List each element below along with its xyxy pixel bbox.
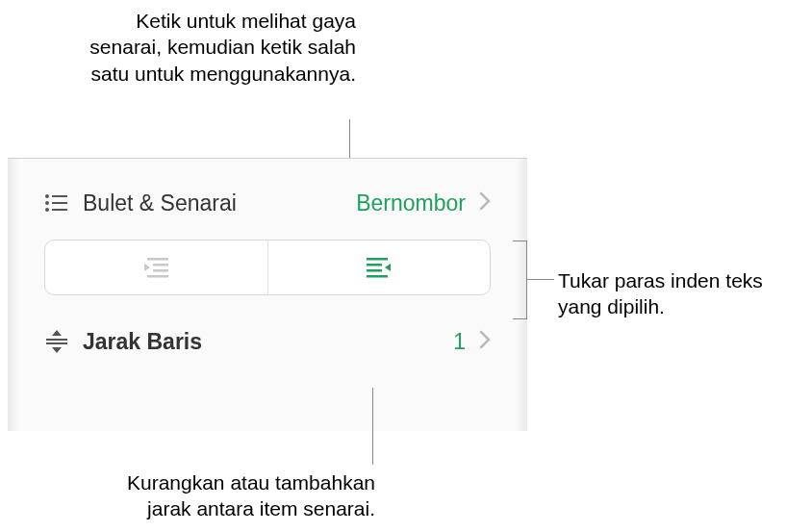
svg-rect-11 xyxy=(367,258,388,261)
list-icon xyxy=(44,193,73,213)
svg-rect-14 xyxy=(367,275,388,278)
svg-rect-12 xyxy=(367,264,382,266)
callout-line-bottom xyxy=(372,388,373,465)
bullets-lists-label: Bulet & Senarai xyxy=(83,190,237,216)
callout-spacing: Kurangkan atau tambahkan jarak antara it… xyxy=(87,469,375,522)
svg-marker-10 xyxy=(144,264,150,271)
svg-point-0 xyxy=(45,194,49,198)
svg-marker-15 xyxy=(385,264,391,271)
bullets-lists-row[interactable]: Bulet & Senarai Bernombor xyxy=(44,180,491,226)
svg-point-2 xyxy=(45,201,49,205)
svg-rect-17 xyxy=(46,339,67,341)
line-spacing-row[interactable]: Jarak Baris 1 xyxy=(44,318,491,365)
indent-button[interactable] xyxy=(268,241,491,294)
svg-rect-18 xyxy=(46,342,67,344)
svg-rect-5 xyxy=(52,209,67,211)
svg-rect-1 xyxy=(52,195,67,197)
svg-rect-8 xyxy=(153,269,168,272)
svg-rect-9 xyxy=(147,275,168,278)
callout-line-right xyxy=(527,279,554,280)
svg-rect-7 xyxy=(153,264,168,266)
format-panel: Bulet & Senarai Bernombor xyxy=(27,159,508,431)
chevron-right-icon xyxy=(479,330,491,353)
line-spacing-icon xyxy=(44,330,73,353)
svg-rect-3 xyxy=(52,202,67,204)
line-spacing-label: Jarak Baris xyxy=(83,329,202,355)
chevron-right-icon xyxy=(479,191,491,215)
format-panel-container: Bulet & Senarai Bernombor xyxy=(8,158,527,431)
svg-marker-19 xyxy=(52,347,62,353)
indent-button-group xyxy=(44,240,491,295)
callout-indent: Tukar paras inden teks yang dipilih. xyxy=(558,267,779,320)
outdent-button[interactable] xyxy=(45,241,268,294)
line-spacing-value: 1 xyxy=(453,329,466,355)
bullets-lists-value: Bernombor xyxy=(356,190,466,216)
callout-list-style: Ketik untuk melihat gaya senarai, kemudi… xyxy=(87,8,356,87)
svg-rect-13 xyxy=(367,269,382,272)
svg-point-4 xyxy=(45,208,49,212)
svg-marker-16 xyxy=(52,330,62,336)
svg-rect-6 xyxy=(147,258,168,261)
callout-bracket-right xyxy=(513,241,527,319)
